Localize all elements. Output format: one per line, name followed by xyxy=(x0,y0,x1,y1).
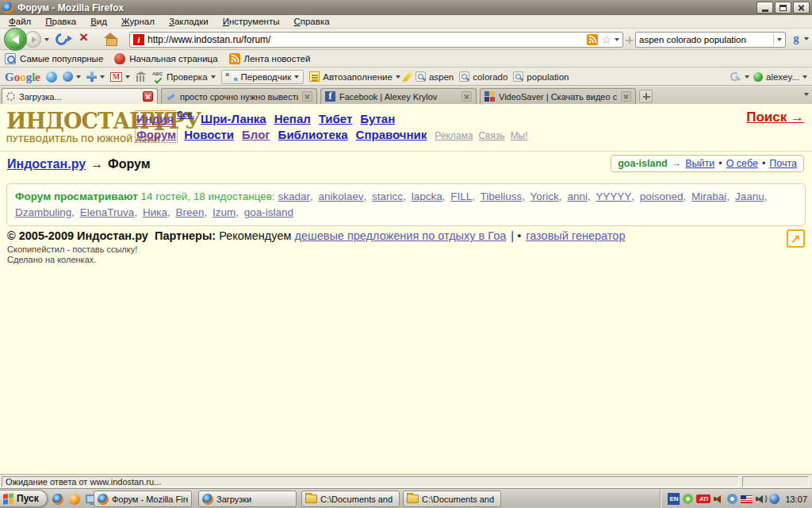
menu-edit[interactable]: Правка xyxy=(38,16,83,27)
viewer-link[interactable]: staricc xyxy=(372,190,408,202)
new-tab-button[interactable] xyxy=(639,90,653,103)
dropdown-icon[interactable] xyxy=(211,75,216,79)
search-input[interactable]: aspen colorado population xyxy=(639,35,770,44)
nav-link-bhutan[interactable]: Бутан xyxy=(360,112,395,125)
viewer-link[interactable]: skadar xyxy=(278,190,315,202)
viewer-link[interactable]: anikolaev xyxy=(319,190,370,202)
highlighter-icon[interactable] xyxy=(403,71,412,82)
account-button[interactable]: alexey... xyxy=(753,72,807,82)
dropdown-icon[interactable] xyxy=(294,75,299,79)
logout-link[interactable]: Выйти xyxy=(685,158,714,169)
nav-link-tibet[interactable]: Тибет xyxy=(319,112,353,125)
bookmark-news-feed[interactable]: Лента новостей xyxy=(229,53,311,64)
speaker-icon[interactable]: ) xyxy=(756,494,766,504)
engine-dropdown-icon[interactable] xyxy=(804,37,809,40)
viewer-link[interactable]: Dzambuling xyxy=(15,206,77,218)
home-button[interactable] xyxy=(104,33,117,45)
search-bar[interactable]: aspen colorado population xyxy=(635,32,786,48)
nav-link-contact[interactable]: Связь xyxy=(478,130,504,141)
goa-offers-link[interactable]: дешевые предложения по отдыху в Гоа xyxy=(294,229,506,242)
viewer-link[interactable]: Breen xyxy=(175,206,209,218)
search-term-button[interactable]: aspen xyxy=(416,71,454,82)
nav-link-srilanka[interactable]: Шри-Ланка xyxy=(201,112,266,125)
nav-link-north[interactable]: Сев. xyxy=(177,110,194,119)
stop-button[interactable] xyxy=(79,29,88,46)
viewer-link[interactable]: goa-island xyxy=(244,206,296,218)
viewer-link[interactable]: Izum xyxy=(213,206,241,218)
search-history-dropdown-icon[interactable] xyxy=(777,38,782,41)
viewer-link[interactable]: Yorick xyxy=(530,190,565,202)
blue-sphere-tray-icon[interactable] xyxy=(769,494,779,504)
search-engine-selector[interactable] xyxy=(791,33,809,44)
toolbar-grip-icon[interactable] xyxy=(626,37,633,44)
viewer-link[interactable]: lapcka xyxy=(412,190,448,202)
dropdown-icon[interactable] xyxy=(396,75,400,79)
tab-close-button[interactable] xyxy=(143,91,153,102)
menu-bookmarks[interactable]: Закладки xyxy=(162,16,216,27)
url-bar[interactable]: http://www.indostan.ru/forum/ ☆ xyxy=(129,32,623,48)
nav-link-reference[interactable]: Справочник xyxy=(356,128,427,141)
restore-button[interactable] xyxy=(775,2,791,13)
tab-facebook[interactable]: Facebook | Alexey Krylov xyxy=(320,88,477,104)
menu-history[interactable]: Журнал xyxy=(114,16,162,27)
nav-link-forum[interactable]: Форум xyxy=(136,128,176,141)
profile-link[interactable]: О себе xyxy=(726,158,758,169)
us-flag-icon[interactable] xyxy=(741,495,753,503)
nav-link-india[interactable]: Индия xyxy=(136,112,174,125)
external-counter-icon[interactable] xyxy=(787,229,805,248)
nav-link-news[interactable]: Новости xyxy=(184,128,234,141)
dropdown-icon[interactable] xyxy=(745,75,749,79)
viewer-link[interactable]: poisoned xyxy=(640,190,689,202)
rss-subscribe-icon[interactable] xyxy=(587,34,598,45)
viewer-link[interactable]: Jaanu xyxy=(735,190,770,202)
close-button[interactable] xyxy=(793,2,810,13)
language-indicator[interactable]: EN xyxy=(668,493,680,505)
menu-tools[interactable]: Инструменты xyxy=(216,16,287,27)
search-term-button[interactable]: population xyxy=(513,71,569,82)
nav-link-library[interactable]: Библиотека xyxy=(278,128,348,141)
taskbar-button-firefox[interactable]: Форум - Mozilla Firefox xyxy=(94,491,192,507)
tab-close-button[interactable] xyxy=(621,91,631,102)
viewer-link[interactable]: Mirabai xyxy=(691,190,732,202)
history-dropdown-icon[interactable] xyxy=(44,38,49,41)
tab-videosaver[interactable]: VideoSaver | Скачать видео с youtub... xyxy=(480,88,636,104)
menu-view[interactable]: Вид xyxy=(83,16,114,27)
breadcrumb-home-link[interactable]: Индостан.ру xyxy=(7,157,86,171)
site-search-link[interactable]: Поиск → xyxy=(746,110,804,125)
autofill-button[interactable]: Автозаполнение xyxy=(309,71,400,82)
menu-help[interactable]: Справка xyxy=(286,16,336,27)
nav-link-ads[interactable]: Реклама xyxy=(435,130,473,141)
taskbar-button-explorer-1[interactable]: C:\Documents and Settin... xyxy=(301,491,400,507)
nav-link-about[interactable]: Мы! xyxy=(511,130,528,141)
bookmark-home-page[interactable]: Начальная страница xyxy=(114,53,217,64)
nav-link-nepal[interactable]: Непал xyxy=(274,112,311,125)
dropdown-icon[interactable] xyxy=(100,75,105,79)
minimize-button[interactable] xyxy=(756,2,773,13)
dropdown-icon[interactable] xyxy=(76,75,81,79)
tab-forum-post[interactable]: просто срочно нужно вывести пост в... xyxy=(161,88,317,104)
url-dropdown-icon[interactable] xyxy=(615,38,619,41)
url-input[interactable]: http://www.indostan.ru/forum/ xyxy=(147,34,584,45)
spellcheck-button[interactable]: Проверка xyxy=(152,71,216,83)
tab-loading[interactable]: Загрузка... xyxy=(2,88,158,104)
bookmark-most-popular[interactable]: Самые популярные xyxy=(5,53,103,64)
ati-icon[interactable]: ATI xyxy=(696,495,710,503)
google-logo[interactable]: G o o g l e xyxy=(5,71,40,83)
forward-button[interactable] xyxy=(25,31,41,48)
tab-close-button[interactable] xyxy=(462,91,472,102)
menu-file[interactable]: Файл xyxy=(2,16,38,27)
list-all-tabs-icon[interactable] xyxy=(804,93,809,96)
nav-link-blog[interactable]: Блог xyxy=(242,128,270,141)
blue-flower-icon[interactable] xyxy=(727,494,737,504)
viewer-link[interactable]: Tibeliuss xyxy=(481,190,528,202)
taskbar-button-downloads[interactable]: Загрузки xyxy=(198,491,297,507)
viewer-link[interactable]: YYYYY xyxy=(596,190,637,202)
sphere-button[interactable] xyxy=(63,71,81,82)
add-button[interactable] xyxy=(86,71,105,82)
google-earth-icon[interactable] xyxy=(46,71,57,83)
viewer-link[interactable]: ElenaTruva xyxy=(80,206,140,218)
refresh-button[interactable] xyxy=(53,31,70,48)
dropdown-icon[interactable] xyxy=(125,75,130,79)
gas-generator-link[interactable]: газовый генератор xyxy=(526,229,625,242)
dropdown-icon[interactable] xyxy=(802,75,807,79)
